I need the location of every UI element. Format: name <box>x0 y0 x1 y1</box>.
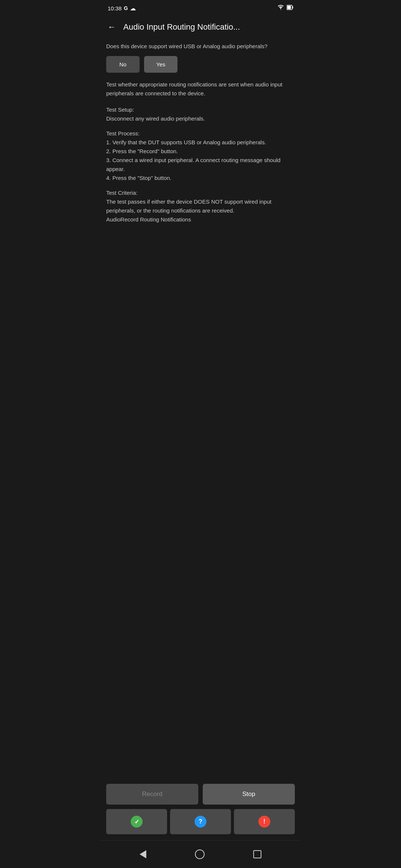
fail-button[interactable]: ! <box>234 809 295 834</box>
home-nav-icon <box>195 849 205 859</box>
criteria-footer: AudioRecord Routing Notifications <box>106 216 191 223</box>
home-nav-button[interactable] <box>192 846 208 862</box>
choice-buttons: No Yes <box>106 56 295 73</box>
svg-rect-2 <box>293 6 293 9</box>
criteria-heading: Test Criteria: <box>106 190 137 196</box>
action-buttons: Record Stop <box>100 776 301 809</box>
page-title: Audio Input Routing Notificatio... <box>123 22 295 32</box>
status-time: 10:38 <box>108 5 122 11</box>
criteria-section: Test Criteria: The test passes if either… <box>106 188 295 224</box>
back-nav-button[interactable] <box>137 847 149 861</box>
info-button[interactable]: ? <box>170 809 231 834</box>
setup-heading: Test Setup: <box>106 106 134 113</box>
google-indicator: G <box>124 5 128 11</box>
header: ← Audio Input Routing Notificatio... <box>100 15 301 39</box>
stop-button[interactable]: Stop <box>203 784 295 805</box>
status-right <box>277 4 293 12</box>
status-bar: 10:38 G ☁ <box>100 0 301 15</box>
back-nav-icon <box>140 850 146 858</box>
pass-button[interactable]: ✓ <box>106 809 167 834</box>
status-left: 10:38 G ☁ <box>108 5 136 12</box>
question-text: Does this device support wired USB or An… <box>106 42 295 51</box>
svg-rect-1 <box>287 6 291 9</box>
criteria-body: The test passes if either the device DOE… <box>106 198 271 214</box>
no-button[interactable]: No <box>106 56 140 73</box>
fail-icon: ! <box>258 816 270 828</box>
nav-bar <box>100 840 301 868</box>
pass-icon: ✓ <box>131 816 143 828</box>
yes-button[interactable]: Yes <box>144 56 177 73</box>
cloud-icon: ☁ <box>130 5 136 12</box>
setup-section: Test Setup: Disconnect any wired audio p… <box>106 105 295 123</box>
wifi-icon <box>277 4 284 12</box>
info-icon: ? <box>195 816 206 828</box>
recent-nav-icon <box>253 850 261 858</box>
process-heading: Test Process: <box>106 130 140 137</box>
content-area: Does this device support wired USB or An… <box>100 39 301 503</box>
back-button[interactable]: ← <box>106 21 117 33</box>
spacer <box>100 503 301 776</box>
setup-body: Disconnect any wired audio peripherals. <box>106 115 205 122</box>
recent-nav-button[interactable] <box>250 847 264 861</box>
process-section: Test Process: 1. Verify that the DUT sup… <box>106 129 295 183</box>
description-text: Test whether appropriate routing notific… <box>106 80 295 98</box>
battery-icon <box>287 4 293 12</box>
record-button[interactable]: Record <box>106 784 198 805</box>
result-buttons: ✓ ? ! <box>100 809 301 840</box>
